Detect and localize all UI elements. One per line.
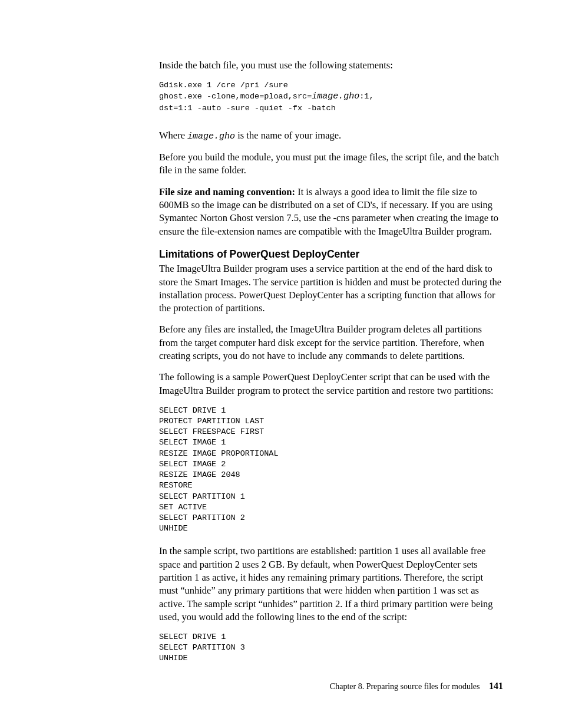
code-line: ghost.exe -clone,mode=pload,src=image.gh…	[159, 92, 374, 101]
code-line: dst=1:1 -auto -sure -quiet -fx -batch	[159, 104, 336, 113]
code-inline-var: image.gho	[312, 91, 359, 101]
paragraph-limitations-2: Before any files are installed, the Imag…	[159, 323, 503, 363]
code-inline-var: image.gho	[187, 131, 235, 141]
code-block-batch: Gdisk.exe 1 /cre /pri /sure ghost.exe -c…	[159, 80, 503, 114]
paragraph-sample-intro: The following is a sample PowerQuest Dep…	[159, 371, 503, 397]
paragraph-sample-expl: In the sample script, two partitions are…	[159, 545, 503, 624]
paragraph-limitations-1: The ImageUltra Builder program uses a se…	[159, 262, 503, 315]
paragraph-intro: Inside the batch file, you must use the …	[159, 59, 503, 72]
paragraph-before-build: Before you build the module, you must pu…	[159, 151, 503, 177]
footer-chapter: Chapter 8. Preparing source files for mo…	[330, 682, 480, 691]
paragraph-where: Where image.gho is the name of your imag…	[159, 129, 503, 143]
code-block-script-1: SELECT DRIVE 1 PROTECT PARTITION LAST SE…	[159, 406, 503, 535]
section-heading: Limitations of PowerQuest DeployCenter	[159, 248, 503, 262]
footer-page-number: 141	[489, 681, 503, 691]
page-footer: Chapter 8. Preparing source files for mo…	[330, 681, 503, 691]
page-content: Inside the batch file, you must use the …	[0, 0, 562, 664]
inline-heading: File size and naming convention:	[159, 186, 295, 197]
paragraph-file-size: File size and naming convention: It is a…	[159, 186, 503, 238]
code-line: Gdisk.exe 1 /cre /pri /sure	[159, 81, 288, 90]
code-block-script-2: SELECT DRIVE 1 SELECT PARTITION 3 UNHIDE	[159, 632, 503, 664]
